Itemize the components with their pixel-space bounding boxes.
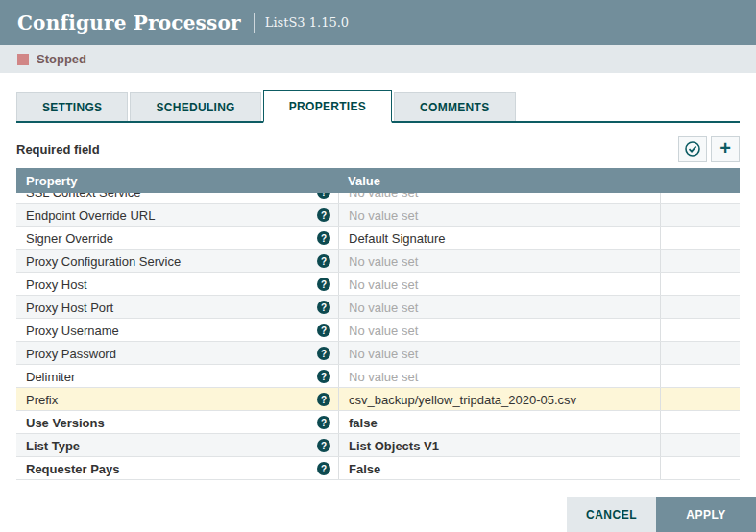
property-value-cell[interactable]: No value set (338, 319, 660, 342)
configure-processor-dialog: Configure Processor ListS3 1.15.0 Stoppe… (0, 0, 756, 532)
property-value-cell[interactable]: false (338, 411, 660, 434)
row-filler-cell (660, 411, 740, 434)
help-icon: ? (317, 208, 330, 222)
help-icon: ? (317, 301, 330, 314)
properties-table: Property Value SSL Context Service?No va… (16, 168, 740, 480)
row-filler-cell (660, 388, 740, 411)
property-value-cell[interactable]: No value set (338, 296, 660, 319)
property-value: false (349, 416, 378, 430)
property-row[interactable]: Signer Override?Default Signature (16, 227, 740, 250)
property-row[interactable]: Proxy Configuration Service?No value set (16, 250, 740, 273)
property-name-cell: Proxy Password? (16, 342, 338, 365)
property-row[interactable]: Endpoint Override URL?No value set (16, 204, 740, 227)
property-row[interactable]: Prefix?csv_backup/yellow_tripdata_2020-0… (16, 388, 740, 411)
apply-button[interactable]: APPLY (656, 497, 756, 532)
property-value-cell[interactable]: List Objects V1 (338, 434, 660, 457)
check-circle-icon (684, 140, 701, 157)
property-row[interactable]: Requester Pays?False (16, 457, 740, 480)
property-name: Signer Override (26, 231, 113, 246)
property-value: No value set (349, 278, 418, 292)
help-icon: ? (317, 254, 330, 268)
property-value: List Objects V1 (349, 439, 439, 453)
tab-settings[interactable]: SETTINGS (16, 92, 128, 121)
help-icon: ? (317, 193, 330, 199)
property-value-cell[interactable]: No value set (338, 342, 660, 365)
properties-toolbar: Required field + (16, 135, 740, 162)
property-value: No value set (349, 347, 418, 361)
add-property-button[interactable]: + (711, 136, 740, 162)
property-name: Prefix (26, 393, 58, 407)
property-value-cell[interactable]: Default Signature (338, 227, 660, 250)
property-value-cell[interactable]: No value set (338, 365, 660, 388)
property-value: No value set (349, 208, 418, 223)
property-value: No value set (349, 370, 418, 384)
property-name-cell: List Type? (16, 434, 338, 457)
property-name-cell: Requester Pays? (16, 457, 338, 480)
help-icon: ? (317, 231, 330, 245)
properties-table-body[interactable]: SSL Context Service?No value setEndpoint… (16, 193, 740, 480)
dialog-titlebar: Configure Processor ListS3 1.15.0 (0, 0, 756, 45)
property-row[interactable]: Proxy Username?No value set (16, 319, 740, 342)
tab-properties[interactable]: PROPERTIES (263, 90, 392, 123)
property-value: No value set (349, 193, 418, 200)
property-name-cell: Proxy Host Port? (16, 296, 338, 319)
property-value: csv_backup/yellow_tripdata_2020-05.csv (349, 393, 576, 407)
property-value-cell[interactable]: False (338, 457, 660, 480)
property-row[interactable]: List Type?List Objects V1 (16, 434, 740, 457)
property-value: No value set (349, 301, 418, 315)
property-value: No value set (349, 254, 418, 269)
tab-scheduling[interactable]: SCHEDULING (130, 92, 260, 121)
property-name-cell: Proxy Configuration Service? (16, 250, 338, 273)
property-row[interactable]: Proxy Host Port?No value set (16, 296, 740, 319)
property-value: False (349, 462, 380, 476)
tab-comments[interactable]: COMMENTS (394, 92, 515, 121)
property-value-cell[interactable]: No value set (338, 250, 660, 273)
property-value-cell[interactable]: csv_backup/yellow_tripdata_2020-05.csv (338, 388, 660, 411)
property-name-cell: Proxy Host? (16, 273, 338, 296)
verify-properties-button[interactable] (678, 136, 707, 162)
property-name: Endpoint Override URL (26, 208, 155, 223)
property-row[interactable]: SSL Context Service?No value set (16, 193, 740, 204)
processor-status-bar: Stopped (0, 45, 756, 73)
property-value-cell[interactable]: No value set (338, 204, 660, 227)
property-row[interactable]: Proxy Host?No value set (16, 273, 740, 296)
help-icon: ? (317, 347, 330, 360)
row-filler-cell (660, 319, 740, 342)
property-row[interactable]: Use Versions?false (16, 411, 740, 434)
property-row[interactable]: Proxy Password?No value set (16, 342, 740, 365)
row-filler-cell (660, 250, 740, 273)
toolbar-actions: + (678, 136, 740, 162)
dialog-title: Configure Processor (17, 12, 241, 35)
help-icon: ? (317, 439, 330, 452)
property-name: SSL Context Service (26, 193, 140, 200)
property-name: Proxy Host (26, 278, 87, 292)
property-value: Default Signature (349, 231, 445, 246)
row-filler-cell (660, 342, 740, 365)
column-header-value: Value (338, 174, 660, 188)
row-filler-cell (660, 365, 740, 388)
processor-name-version: ListS3 1.15.0 (265, 15, 349, 30)
status-label: Stopped (37, 52, 86, 66)
cancel-button[interactable]: CANCEL (567, 497, 656, 532)
row-filler-cell (660, 204, 740, 227)
row-filler-cell (660, 296, 740, 319)
row-filler-cell (660, 273, 740, 296)
property-name-cell: Endpoint Override URL? (16, 204, 338, 227)
row-filler-cell (660, 193, 740, 204)
row-filler-cell (660, 434, 740, 457)
plus-icon: + (719, 138, 731, 157)
property-value-cell[interactable]: No value set (338, 273, 660, 296)
property-name: Delimiter (26, 370, 75, 384)
help-icon: ? (317, 416, 330, 429)
column-header-property: Property (16, 174, 338, 188)
property-name: Proxy Configuration Service (26, 254, 181, 269)
property-row[interactable]: Delimiter?No value set (16, 365, 740, 388)
tab-bar: SETTINGSSCHEDULINGPROPERTIESCOMMENTS (16, 92, 740, 123)
help-icon: ? (317, 278, 330, 291)
dialog-content: SETTINGSSCHEDULINGPROPERTIESCOMMENTS Req… (0, 73, 756, 480)
property-name-cell: Proxy Username? (16, 319, 338, 342)
help-icon: ? (317, 324, 330, 337)
property-value-cell[interactable]: No value set (338, 193, 660, 204)
dialog-footer: CANCEL APPLY (567, 497, 756, 532)
row-filler-cell (660, 227, 740, 250)
